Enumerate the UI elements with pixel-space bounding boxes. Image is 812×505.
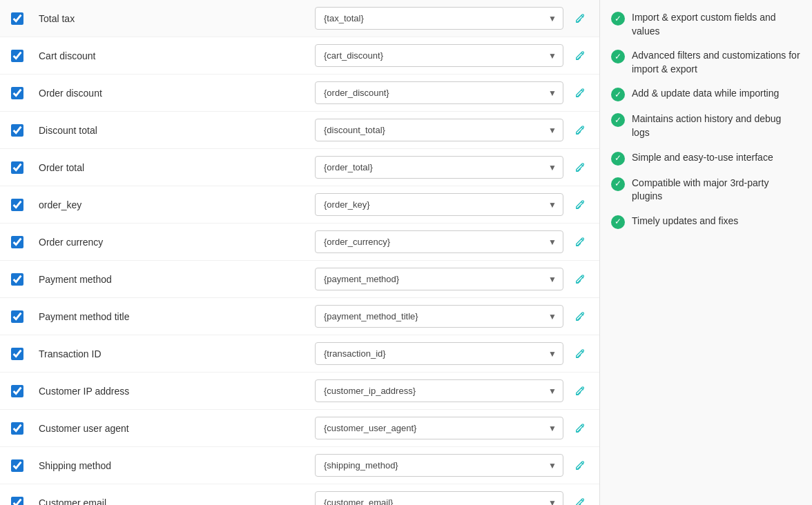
pencil-icon <box>574 125 586 136</box>
field-select-wrapper: {shipping_method}▼ <box>315 454 563 477</box>
table-row: Transaction ID{transaction_id}▼ <box>0 335 599 373</box>
field-select[interactable]: {shipping_method} <box>315 454 563 477</box>
checkbox-wrapper <box>11 459 33 472</box>
edit-button[interactable] <box>572 48 588 64</box>
edit-button[interactable] <box>572 457 588 474</box>
field-checkbox[interactable] <box>11 87 23 99</box>
field-label: Payment method title <box>33 311 315 322</box>
edit-button[interactable] <box>572 383 588 399</box>
check-circle-icon: ✓ <box>611 50 625 63</box>
list-item: ✓Advanced filters and customizations for… <box>611 49 801 76</box>
check-circle-icon: ✓ <box>611 177 625 191</box>
checkbox-wrapper <box>11 422 33 435</box>
field-select[interactable]: {order_discount} <box>315 81 563 104</box>
feature-text: Timely updates and fixes <box>632 215 738 228</box>
feature-text: Maintains action history and debug logs <box>632 112 801 139</box>
field-select[interactable]: {cart_discount} <box>315 44 563 67</box>
table-row: Shipping method{shipping_method}▼ <box>0 447 599 484</box>
checkbox-wrapper <box>11 199 33 211</box>
list-item: ✓Simple and easy-to-use interface <box>611 151 801 166</box>
field-select[interactable]: {transaction_id} <box>315 342 563 365</box>
field-select-wrapper: {payment_method}▼ <box>315 268 563 290</box>
field-checkbox[interactable] <box>11 273 23 286</box>
checkbox-wrapper <box>11 310 33 323</box>
feature-text: Simple and easy-to-use interface <box>632 151 773 165</box>
check-circle-icon: ✓ <box>611 152 625 166</box>
field-select[interactable]: {customer_ip_address} <box>315 379 563 402</box>
field-select[interactable]: {discount_total} <box>315 119 563 141</box>
checkbox-wrapper <box>11 236 33 248</box>
edit-button[interactable] <box>572 10 588 27</box>
list-item: ✓Compatible with major 3rd-party plugins <box>611 177 801 204</box>
edit-button[interactable] <box>572 420 588 437</box>
field-checkbox[interactable] <box>11 422 23 435</box>
list-item: ✓Timely updates and fixes <box>611 215 801 229</box>
edit-button[interactable] <box>572 122 588 139</box>
edit-button[interactable] <box>572 197 588 213</box>
field-label: Cart discount <box>33 50 315 61</box>
edit-button[interactable] <box>572 234 588 250</box>
field-label: Shipping method <box>33 460 315 471</box>
checkbox-wrapper <box>11 273 33 286</box>
field-label: Customer user agent <box>33 423 315 434</box>
pencil-icon <box>574 199 586 210</box>
field-checkbox[interactable] <box>11 497 23 506</box>
table-row: Cart discount{cart_discount}▼ <box>0 37 599 75</box>
check-circle-icon: ✓ <box>611 12 625 26</box>
edit-button[interactable] <box>572 85 588 101</box>
field-select-wrapper: {order_discount}▼ <box>315 81 563 104</box>
field-checkbox[interactable] <box>11 124 23 137</box>
edit-button[interactable] <box>572 159 588 176</box>
field-select[interactable]: {payment_method} <box>315 268 563 290</box>
checkbox-wrapper <box>11 87 33 99</box>
check-circle-icon: ✓ <box>611 88 625 101</box>
check-circle-icon: ✓ <box>611 215 625 229</box>
field-label: Transaction ID <box>33 348 315 359</box>
fields-panel: Total tax{tax_total}▼ Cart discount{cart… <box>0 0 599 505</box>
edit-button[interactable] <box>572 308 588 325</box>
table-row: Total tax{tax_total}▼ <box>0 0 599 37</box>
edit-button[interactable] <box>572 346 588 362</box>
field-select[interactable]: {order_currency} <box>315 230 563 253</box>
field-label: order_key <box>33 199 315 210</box>
field-select-wrapper: {order_total}▼ <box>315 156 563 179</box>
list-item: ✓Maintains action history and debug logs <box>611 112 801 139</box>
field-select[interactable]: {payment_method_title} <box>315 305 563 328</box>
field-select[interactable]: {customer_user_agent} <box>315 417 563 439</box>
table-row: Customer user agent{customer_user_agent}… <box>0 410 599 447</box>
field-label: Customer email <box>33 497 315 506</box>
pencil-icon <box>574 274 586 285</box>
field-label: Order total <box>33 162 315 173</box>
field-select[interactable]: {customer_email} <box>315 491 563 505</box>
field-checkbox[interactable] <box>11 348 23 360</box>
edit-button[interactable] <box>572 271 588 288</box>
list-item: ✓Add & update data while importing <box>611 87 801 101</box>
feature-list: ✓Import & export custom fields and value… <box>611 11 801 229</box>
field-select[interactable]: {tax_total} <box>315 7 563 30</box>
field-checkbox[interactable] <box>11 161 23 174</box>
table-row: Order total{order_total}▼ <box>0 149 599 186</box>
checkbox-wrapper <box>11 385 33 397</box>
field-label: Total tax <box>33 13 315 24</box>
table-row: Customer email{customer_email}▼ <box>0 484 599 505</box>
field-checkbox[interactable] <box>11 12 23 25</box>
field-select[interactable]: {order_total} <box>315 156 563 179</box>
field-checkbox[interactable] <box>11 385 23 397</box>
field-select[interactable]: {order_key} <box>315 193 563 216</box>
edit-button[interactable] <box>572 495 588 506</box>
table-row: Discount total{discount_total}▼ <box>0 112 599 149</box>
pencil-icon <box>574 50 586 61</box>
field-select-wrapper: {cart_discount}▼ <box>315 44 563 67</box>
field-checkbox[interactable] <box>11 236 23 248</box>
field-select-wrapper: {order_currency}▼ <box>315 230 563 253</box>
field-checkbox[interactable] <box>11 50 23 62</box>
table-row: order_key{order_key}▼ <box>0 186 599 224</box>
pencil-icon <box>574 497 586 506</box>
field-select-wrapper: {transaction_id}▼ <box>315 342 563 365</box>
field-checkbox[interactable] <box>11 459 23 472</box>
field-checkbox[interactable] <box>11 199 23 211</box>
table-row: Customer IP address{customer_ip_address}… <box>0 373 599 410</box>
pencil-icon <box>574 162 586 173</box>
feature-text: Compatible with major 3rd-party plugins <box>632 177 801 204</box>
field-checkbox[interactable] <box>11 310 23 323</box>
